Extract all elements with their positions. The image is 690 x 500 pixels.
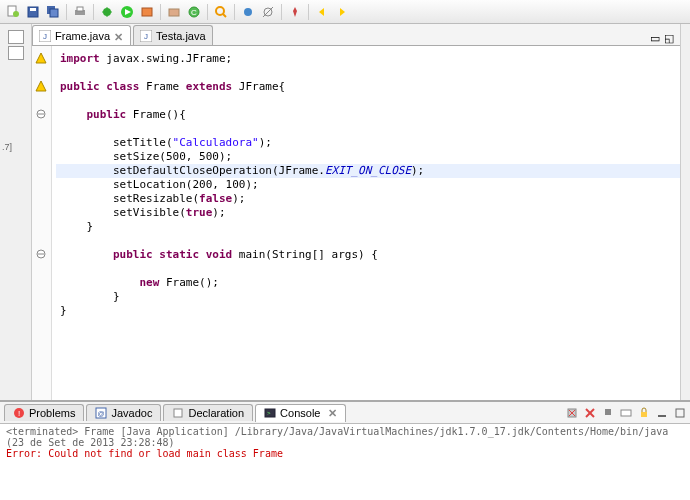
nav-forward-icon[interactable] <box>333 3 351 21</box>
close-icon[interactable]: ✕ <box>114 31 124 41</box>
print-icon[interactable] <box>71 3 89 21</box>
svg-marker-22 <box>293 7 297 17</box>
tab-label: Frame.java <box>55 30 110 42</box>
tab-javadoc[interactable]: @ Javadoc <box>86 404 161 421</box>
declaration-icon <box>172 407 184 419</box>
nav-back-icon[interactable] <box>313 3 331 21</box>
tab-label: Problems <box>29 407 75 419</box>
code-line: public Frame(){ <box>56 108 680 122</box>
tab-frame-java[interactable]: J Frame.java ✕ <box>32 25 131 45</box>
pin-icon[interactable] <box>286 3 304 21</box>
terminated-line: <terminated> Frame [Java Application] /L… <box>6 426 684 448</box>
svg-text:@: @ <box>98 410 105 417</box>
collapse-icon[interactable] <box>35 108 47 120</box>
svg-text:J: J <box>144 32 148 41</box>
pin-console-icon[interactable] <box>602 407 614 419</box>
main-toolbar: C <box>0 0 690 24</box>
new-package-icon[interactable] <box>165 3 183 21</box>
svg-rect-51 <box>676 409 684 417</box>
svg-marker-24 <box>340 8 345 16</box>
svg-point-17 <box>216 7 224 15</box>
bottom-panel: ! Problems @ Javadoc Declaration > Conso… <box>0 400 690 500</box>
svg-rect-39 <box>174 409 182 417</box>
svg-text:C: C <box>191 8 197 17</box>
left-sidebar: .7] <box>0 24 32 400</box>
code-line: public class Frame extends JFrame{ <box>56 80 680 94</box>
new-class-icon[interactable]: C <box>185 3 203 21</box>
tab-label: Javadoc <box>111 407 152 419</box>
svg-marker-29 <box>36 53 46 63</box>
console-output[interactable]: <terminated> Frame [Java Application] /L… <box>0 424 690 500</box>
save-icon[interactable] <box>24 3 42 21</box>
restore-icon[interactable] <box>8 46 24 60</box>
code-line: } <box>56 304 680 318</box>
scroll-lock-icon[interactable] <box>638 407 650 419</box>
editor-tabs: J Frame.java ✕ J Testa.java ▭ ◱ <box>32 24 680 46</box>
skip-breakpoints-icon[interactable] <box>259 3 277 21</box>
new-icon[interactable] <box>4 3 22 21</box>
toggle-breakpoint-icon[interactable] <box>239 3 257 21</box>
maximize-panel-icon[interactable] <box>674 407 686 419</box>
code-editor[interactable]: import javax.swing.JFrame; public class … <box>32 46 680 400</box>
close-icon[interactable]: ✕ <box>328 407 337 420</box>
warning-icon <box>35 52 47 64</box>
code-line: public static void main(String[] args) { <box>56 248 680 262</box>
sidebar-label: .7] <box>2 62 29 152</box>
display-console-icon[interactable] <box>620 407 632 419</box>
gutter <box>32 46 52 400</box>
code-line: } <box>56 220 680 234</box>
tab-testa-java[interactable]: J Testa.java <box>133 25 213 45</box>
search-icon[interactable] <box>212 3 230 21</box>
svg-text:!: ! <box>18 409 20 418</box>
tab-label: Testa.java <box>156 30 206 42</box>
minimize-icon[interactable] <box>8 30 24 44</box>
svg-rect-5 <box>50 9 58 17</box>
code-line <box>56 66 680 80</box>
code-line <box>56 234 680 248</box>
svg-rect-7 <box>77 7 83 11</box>
minimize-editor-icon[interactable]: ▭ <box>650 32 660 45</box>
svg-rect-13 <box>142 8 152 16</box>
warning-icon <box>35 80 47 92</box>
svg-rect-3 <box>30 8 36 11</box>
java-file-icon: J <box>140 30 152 42</box>
svg-rect-48 <box>621 410 631 416</box>
collapse-icon[interactable] <box>35 248 47 260</box>
right-ruler <box>680 24 690 400</box>
svg-rect-47 <box>605 409 611 415</box>
code-line: setLocation(200, 100); <box>56 178 680 192</box>
svg-point-19 <box>244 8 252 16</box>
save-all-icon[interactable] <box>44 3 62 21</box>
bottom-tabs: ! Problems @ Javadoc Declaration > Conso… <box>0 402 690 424</box>
code-line: setResizable(false); <box>56 192 680 206</box>
tab-label: Console <box>280 407 320 419</box>
error-line: Error: Could not find or load main class… <box>6 448 684 459</box>
javadoc-icon: @ <box>95 407 107 419</box>
code-line: setSize(500, 500); <box>56 150 680 164</box>
svg-text:J: J <box>43 32 47 41</box>
tab-problems[interactable]: ! Problems <box>4 404 84 421</box>
code-line <box>56 94 680 108</box>
debug-icon[interactable] <box>98 3 116 21</box>
console-icon: > <box>264 407 276 419</box>
code-line: new Frame(); <box>56 276 680 290</box>
tab-console[interactable]: > Console ✕ <box>255 404 346 422</box>
run-icon[interactable] <box>118 3 136 21</box>
svg-point-1 <box>13 11 19 17</box>
run-ext-icon[interactable] <box>138 3 156 21</box>
code-line: import javax.swing.JFrame; <box>56 52 680 66</box>
svg-rect-14 <box>169 9 179 16</box>
tab-label: Declaration <box>188 407 244 419</box>
maximize-editor-icon[interactable]: ◱ <box>664 32 674 45</box>
remove-all-icon[interactable] <box>584 407 596 419</box>
code-line <box>56 262 680 276</box>
code-line: setVisible(true); <box>56 206 680 220</box>
java-file-icon: J <box>39 30 51 42</box>
code-line: } <box>56 290 680 304</box>
svg-line-18 <box>223 14 226 17</box>
svg-marker-23 <box>319 8 324 16</box>
tab-declaration[interactable]: Declaration <box>163 404 253 421</box>
remove-launch-icon[interactable] <box>566 407 578 419</box>
minimize-panel-icon[interactable] <box>656 407 668 419</box>
editor-area: J Frame.java ✕ J Testa.java ▭ ◱ import j… <box>32 24 680 400</box>
